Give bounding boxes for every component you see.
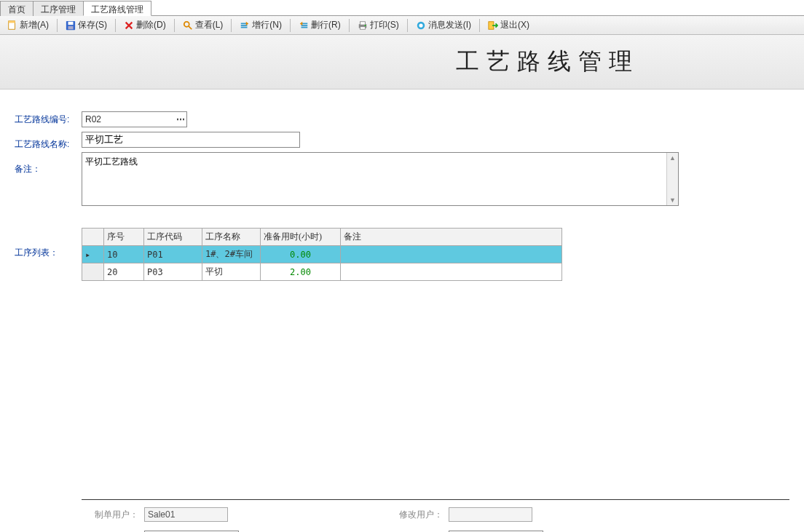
delrow-button[interactable]: 删行(R)	[295, 17, 344, 33]
separator	[407, 19, 408, 32]
separator	[115, 19, 116, 32]
view-button[interactable]: 查看(L)	[179, 17, 227, 33]
footer-form: 制单用户： Sale01 制单时间： 2021-02-22 17:56:12 ▼…	[0, 500, 804, 532]
separator	[479, 19, 480, 32]
separator	[349, 19, 350, 32]
table-row[interactable]: 20 P03 平切 2.00	[82, 263, 562, 281]
editor-field	[449, 507, 532, 522]
remark-textarea[interactable]: 平切工艺路线	[82, 153, 666, 205]
editor-label: 修改用户：	[399, 509, 443, 521]
name-input[interactable]	[82, 132, 300, 148]
separator	[231, 19, 232, 32]
tab-home[interactable]: 首页	[0, 1, 34, 16]
creator-label: 制单用户：	[95, 509, 138, 521]
scroll-up-icon[interactable]: ▲	[669, 153, 676, 163]
lookup-icon[interactable]: ⋯	[176, 112, 185, 127]
code-label: 工艺路线编号:	[15, 111, 82, 127]
page-title: 工艺路线管理	[291, 46, 804, 78]
list-label: 工序列表：	[15, 228, 82, 281]
message-button[interactable]: 消息发送(I)	[412, 17, 475, 33]
tab-bar: 首页 工序管理 工艺路线管理	[0, 0, 804, 16]
remark-label: 备注：	[15, 161, 82, 177]
new-icon	[7, 20, 17, 31]
name-label: 工艺路线名称:	[15, 136, 82, 152]
svg-rect-8	[360, 26, 365, 29]
tab-process[interactable]: 工序管理	[33, 1, 84, 16]
creator-field: Sale01	[144, 507, 228, 522]
addrow-icon	[240, 20, 250, 31]
svg-rect-7	[360, 21, 365, 24]
scroll-down-icon[interactable]: ▼	[669, 195, 676, 205]
message-icon	[416, 20, 426, 31]
save-button[interactable]: 保存(S)	[62, 17, 111, 33]
tab-route[interactable]: 工艺路线管理	[83, 1, 151, 16]
save-icon	[66, 20, 76, 31]
print-icon	[358, 20, 368, 31]
spacer	[0, 281, 804, 499]
svg-point-5	[184, 21, 189, 26]
separator	[290, 19, 291, 32]
exit-icon	[488, 20, 498, 31]
toolbar: 新增(A) 保存(S) 删除(D) 查看(L) 增行(N) 删行(R) 打印(S…	[0, 16, 804, 35]
svg-point-9	[364, 25, 366, 26]
new-button[interactable]: 新增(A)	[4, 17, 52, 33]
print-button[interactable]: 打印(S)	[354, 17, 403, 33]
grid-header: 序号 工序代码 工序名称 准备用时(小时) 备注	[82, 229, 562, 246]
delete-button[interactable]: 删除(D)	[120, 17, 170, 33]
svg-point-11	[419, 23, 422, 27]
list-wrap: 工序列表： 序号 工序代码 工序名称 准备用时(小时) 备注 ▸ 10 P01 …	[0, 213, 804, 281]
separator	[174, 19, 175, 32]
addrow-button[interactable]: 增行(N)	[236, 17, 285, 33]
form-area: 工艺路线编号: 工艺路线名称: 备注： R02 ⋯ 平切工艺路线 ▲ ▼	[0, 90, 804, 213]
process-grid[interactable]: 序号 工序代码 工序名称 准备用时(小时) 备注 ▸ 10 P01 1#、2#车…	[82, 228, 562, 281]
row-indicator-icon: ▸	[82, 246, 104, 263]
delete-icon	[124, 20, 134, 31]
svg-rect-3	[68, 21, 74, 24]
code-input[interactable]: R02 ⋯	[82, 111, 187, 127]
delrow-icon	[299, 20, 309, 31]
svg-rect-4	[68, 25, 74, 28]
remark-textarea-wrap: 平切工艺路线 ▲ ▼	[82, 152, 679, 206]
scrollbar[interactable]: ▲ ▼	[666, 153, 678, 205]
table-row[interactable]: ▸ 10 P01 1#、2#车间 0.00	[82, 246, 562, 263]
separator	[57, 19, 58, 32]
header-band: 工艺路线管理	[0, 35, 804, 90]
exit-button[interactable]: 退出(X)	[484, 17, 533, 33]
search-icon	[183, 20, 193, 31]
